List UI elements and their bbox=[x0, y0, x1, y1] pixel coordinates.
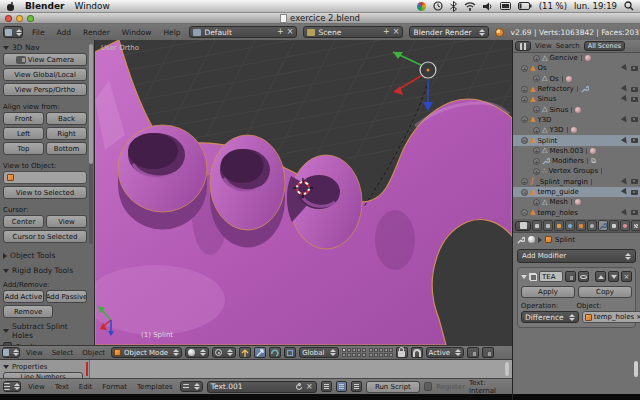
outliner-row-y3d-data[interactable]: +△Y3D bbox=[513, 125, 640, 135]
screen-layout-selector[interactable]: Default + × bbox=[189, 26, 297, 38]
word-wrap-button[interactable] bbox=[336, 381, 347, 392]
outliner-row-os[interactable]: +▲Os bbox=[513, 63, 640, 73]
text-editor-area[interactable]: Properties Line Numbers bbox=[0, 359, 512, 378]
clock-icon[interactable] bbox=[433, 1, 443, 11]
restrict-render-icon[interactable] bbox=[631, 179, 638, 184]
expander-icon[interactable]: + bbox=[533, 106, 540, 113]
display-icon[interactable] bbox=[500, 2, 511, 11]
tab-scene[interactable] bbox=[554, 220, 564, 231]
text-editor-scrollbar[interactable] bbox=[505, 362, 509, 376]
ol-menu-view[interactable]: View bbox=[535, 42, 552, 50]
restrict-select-icon[interactable] bbox=[621, 136, 629, 144]
add-passive-button[interactable]: Add Passive bbox=[46, 290, 87, 303]
properties-scrollbar[interactable] bbox=[634, 361, 638, 377]
menu-render[interactable]: Render bbox=[80, 28, 113, 37]
cursor-to-selected-button[interactable]: Cursor to Selected bbox=[3, 230, 87, 243]
expander-icon[interactable]: + bbox=[533, 147, 540, 154]
menu-file[interactable]: File bbox=[29, 28, 48, 37]
view-global-local-button[interactable]: View Global/Local bbox=[3, 68, 87, 81]
modifier-move-down-button[interactable] bbox=[608, 271, 619, 282]
tab-modifiers[interactable] bbox=[598, 220, 608, 231]
restrict-render-icon[interactable] bbox=[631, 138, 638, 143]
snap-target-selector[interactable]: Active bbox=[426, 347, 465, 358]
scene-selector[interactable]: Scene + × bbox=[303, 26, 403, 38]
window-menu[interactable]: Window bbox=[74, 1, 110, 11]
opengl-render-button[interactable] bbox=[467, 347, 479, 358]
pivot-selector[interactable] bbox=[212, 347, 236, 358]
close-icon[interactable]: × bbox=[306, 383, 313, 391]
editor-type-selector[interactable] bbox=[515, 221, 531, 231]
modifier-viewport-toggle[interactable] bbox=[578, 271, 589, 282]
mode-selector[interactable]: Object Mode bbox=[111, 347, 182, 358]
editor-type-selector[interactable] bbox=[3, 26, 23, 38]
menu-help[interactable]: Help bbox=[160, 28, 183, 37]
line-numbers-button[interactable] bbox=[321, 381, 332, 392]
expander-icon[interactable]: + bbox=[521, 86, 528, 93]
expander-icon[interactable]: − bbox=[521, 209, 528, 216]
align-bottom-button[interactable]: Bottom bbox=[46, 142, 87, 155]
copy-button[interactable]: Copy bbox=[578, 286, 632, 298]
vp-menu-object[interactable]: Object bbox=[79, 349, 108, 357]
expander-icon[interactable]: − bbox=[521, 189, 528, 196]
outliner-row-mesh[interactable]: +△Mesh bbox=[513, 197, 640, 207]
editor-type-selector[interactable] bbox=[3, 381, 21, 392]
te-menu-view[interactable]: View bbox=[25, 383, 48, 391]
outliner-row-vertex-groups[interactable]: +∴Vertex Groups bbox=[513, 166, 640, 176]
opengl-render-anim-button[interactable] bbox=[482, 347, 494, 358]
app-menu[interactable]: Blender bbox=[25, 1, 64, 11]
viewport-3d[interactable]: User Ortho (1) Splint bbox=[95, 40, 512, 345]
tab-object[interactable] bbox=[576, 220, 586, 231]
align-back-button[interactable]: Back bbox=[46, 112, 87, 125]
plus-icon[interactable]: + bbox=[383, 28, 390, 36]
object-selector-field[interactable]: temp_holes × bbox=[582, 311, 640, 323]
outliner-filter-selector[interactable]: All Scenes bbox=[584, 41, 625, 51]
apple-icon[interactable] bbox=[6, 2, 15, 11]
finalize-checkbox[interactable]: Finalize bbox=[3, 340, 87, 345]
restrict-select-icon[interactable] bbox=[621, 188, 629, 196]
align-top-button[interactable]: Top bbox=[3, 142, 44, 155]
restrict-select-icon[interactable] bbox=[621, 95, 629, 103]
translate-manipulator-button[interactable] bbox=[254, 347, 266, 358]
outliner-row-refractory[interactable]: +▲Refractory bbox=[513, 84, 640, 94]
tab-render[interactable] bbox=[532, 220, 542, 231]
tab-object-data[interactable] bbox=[609, 220, 619, 231]
manipulator-toggle[interactable] bbox=[239, 347, 251, 358]
restrict-render-icon[interactable] bbox=[631, 87, 638, 92]
outliner-row-mesh003[interactable]: +△Mesh.003 bbox=[513, 146, 640, 156]
panel-rigid-body[interactable]: Rigid Body Tools bbox=[3, 265, 87, 276]
outliner-row-splint-margin[interactable]: +∫_Splint_margin bbox=[513, 177, 640, 187]
menu-window[interactable]: Window bbox=[119, 28, 155, 37]
spotlight-icon[interactable] bbox=[624, 1, 634, 11]
modifier-move-up-button[interactable] bbox=[595, 271, 606, 282]
view-to-selected-button[interactable]: View to Selected bbox=[3, 186, 87, 199]
apply-button[interactable]: Apply bbox=[521, 286, 575, 298]
syntax-highlight-button[interactable] bbox=[351, 381, 362, 392]
tab-texture[interactable] bbox=[631, 220, 640, 231]
text-datablock-field[interactable]: Text.001 × bbox=[207, 381, 317, 393]
rotate-manipulator-button[interactable] bbox=[269, 347, 281, 358]
ol-menu-search[interactable]: Search bbox=[556, 42, 580, 50]
restrict-select-icon[interactable] bbox=[621, 64, 629, 72]
expander-icon[interactable]: + bbox=[533, 199, 540, 206]
wifi-icon[interactable] bbox=[464, 2, 476, 11]
expander-icon[interactable]: + bbox=[533, 127, 540, 134]
panel-open-icon[interactable] bbox=[521, 275, 527, 279]
restrict-render-icon[interactable] bbox=[631, 117, 638, 122]
outliner-row-sinus-data[interactable]: +△Sinus bbox=[513, 104, 640, 114]
layer-buttons[interactable] bbox=[342, 348, 393, 357]
orientation-selector[interactable]: Global bbox=[299, 347, 338, 358]
volume-icon[interactable] bbox=[483, 2, 493, 11]
vp-menu-view[interactable]: View bbox=[23, 349, 46, 357]
window-titlebar[interactable]: exercice 2.blend bbox=[0, 13, 640, 24]
modifier-name-field[interactable]: TEA bbox=[539, 271, 563, 282]
zoom-window-button[interactable] bbox=[27, 15, 34, 22]
tab-constraints[interactable] bbox=[587, 220, 597, 231]
tab-material[interactable] bbox=[620, 220, 630, 231]
restrict-render-icon[interactable] bbox=[631, 210, 638, 215]
operation-selector[interactable]: Difference bbox=[521, 311, 579, 323]
outliner-row-splint[interactable]: −▲Splint bbox=[513, 135, 640, 145]
panel-3d-nav[interactable]: 3D Nav bbox=[3, 42, 87, 53]
panel-object-tools[interactable]: Object Tools bbox=[3, 250, 87, 261]
restrict-select-icon[interactable] bbox=[621, 178, 629, 186]
tool-shelf-scrollbar[interactable] bbox=[89, 44, 93, 244]
